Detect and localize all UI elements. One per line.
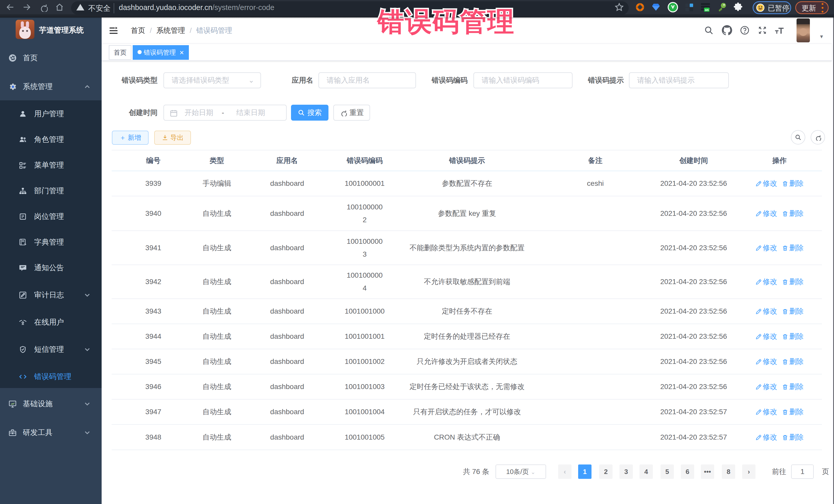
svg-text:on: on	[705, 8, 709, 12]
